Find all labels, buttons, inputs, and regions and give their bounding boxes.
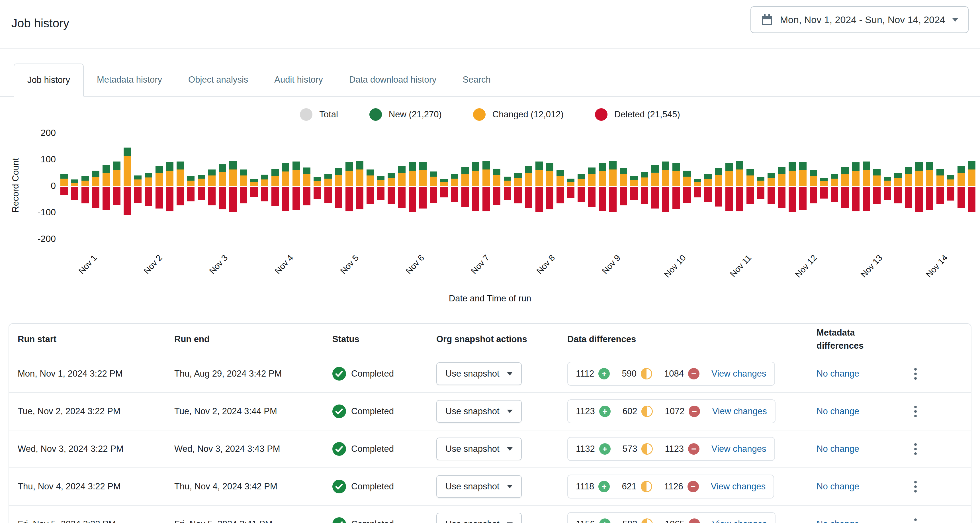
changed-value: 582 [622,519,637,523]
bar-segment-changed [81,180,89,186]
legend-item-changed[interactable]: Changed (12,012) [473,108,564,121]
bar-segment-deleted [219,187,226,209]
view-changes-link[interactable]: View changes [711,482,765,492]
deleted-value: 1065 [665,519,684,523]
bar-segment-deleted [440,187,448,198]
bar-segment-new [81,176,89,181]
bar-segment-deleted [240,187,247,203]
use-snapshot-button[interactable]: Use snapshot [436,400,522,423]
bar-segment-new [177,161,184,169]
bar-segment-deleted [546,187,554,209]
view-changes-link[interactable]: View changes [711,444,766,454]
tab-data-download-history[interactable]: Data download history [336,64,450,96]
bar-segment-new [746,169,754,175]
bar-segment-deleted [124,187,131,215]
bar-segment-deleted [894,187,902,203]
bar-segment-changed [187,180,194,186]
bar-segment-new [968,161,975,170]
changed-value: 621 [622,482,636,492]
use-snapshot-button[interactable]: Use snapshot [436,475,522,498]
table-row: Tue, Nov 2, 2024 3:22 PM Tue, Nov 2, 202… [9,393,971,431]
data-differences-box: 1118 + 621 1126 − View changes [567,475,774,499]
data-differences-cell: 1156 + 582 1065 − View changes [559,512,808,523]
bar-segment-deleted [841,187,849,208]
minus-icon: − [688,368,700,379]
kebab-menu-icon[interactable] [909,479,922,494]
check-circle-icon [332,367,346,381]
no-change-link[interactable]: No change [816,482,859,491]
kebab-menu-icon[interactable] [909,366,922,381]
bar-segment-new [620,168,627,174]
tab-search[interactable]: Search [450,64,504,96]
date-range-picker[interactable]: Mon, Nov 1, 2024 - Sun, Nov 14, 2024 [751,6,969,33]
bar-segment-new [134,175,142,179]
bar-segment-deleted [493,187,500,205]
tab-object-analysis[interactable]: Object analysis [175,64,261,96]
bar-segment-new [187,176,194,181]
legend-label: Deleted (21,545) [614,109,680,120]
use-snapshot-button[interactable]: Use snapshot [436,437,522,460]
deleted-count: 1126 − [664,481,699,492]
tab-audit-history[interactable]: Audit history [261,64,336,96]
added-value: 1132 [576,444,595,454]
status-label: Completed [351,406,394,416]
bar-segment-changed [725,171,733,186]
tab-job-history[interactable]: Job history [14,64,84,97]
plus-icon: + [599,443,611,454]
no-change-link[interactable]: No change [816,368,859,379]
bar-segment-changed [841,174,849,186]
no-change-link[interactable]: No change [816,519,859,523]
legend-item-deleted[interactable]: Deleted (21,545) [595,108,680,121]
y-axis-tick: 200 [0,128,56,138]
bar-segment-changed [303,174,310,186]
kebab-menu-icon[interactable] [909,442,922,457]
legend-item-new[interactable]: New (21,270) [369,108,442,121]
org-snapshot-cell: Use snapshot [428,475,559,498]
bar-segment-deleted [81,187,89,203]
deleted-value: 1084 [664,368,684,379]
status-label: Completed [351,482,394,492]
bar-segment-changed [472,171,479,186]
bar-segment-changed [145,177,152,186]
changed-value: 590 [622,368,636,379]
bar-segment-deleted [915,187,923,212]
no-change-link[interactable]: No change [816,444,859,454]
added-count: 1156 + [576,518,611,523]
bar-segment-deleted [557,187,564,203]
bar-segment-new [778,167,786,174]
bar-segment-deleted [799,187,807,210]
view-changes-link[interactable]: View changes [712,519,767,523]
plus-icon: + [598,368,610,379]
minus-icon: − [689,518,700,523]
row-actions-cell [900,404,971,419]
bar-segment-new [557,170,564,176]
org-snapshot-cell: Use snapshot [428,400,559,423]
row-actions-cell [900,366,971,381]
minus-icon: − [689,406,700,417]
bar-segment-deleted [472,187,479,211]
view-changes-link[interactable]: View changes [712,406,767,416]
use-snapshot-button[interactable]: Use snapshot [436,513,522,523]
row-actions-cell [900,479,971,494]
kebab-menu-icon[interactable] [909,404,922,419]
bar-segment-new [103,165,110,173]
bar-segment-new [609,161,617,170]
legend-item-total[interactable]: Total [300,108,338,121]
bar-segment-changed [546,171,554,186]
no-change-link[interactable]: No change [816,406,859,416]
bar-segment-changed [335,175,342,186]
bar-segment-new [356,161,363,170]
page: Job history Mon, Nov 1, 2024 - Sun, Nov … [0,0,980,523]
column-header-org-snapshot-actions: Org snapshot actions [428,334,559,344]
kebab-menu-icon[interactable] [909,517,922,523]
bar-segment-changed [863,170,870,186]
view-changes-link[interactable]: View changes [711,368,766,379]
run-end-cell: Wed, Nov 3, 2024 3:43 PM [166,444,324,454]
legend-label: Changed (12,012) [492,109,564,120]
use-snapshot-button[interactable]: Use snapshot [436,362,522,385]
bar-segment-deleted [229,187,237,212]
chevron-down-icon [952,18,958,22]
bar-segment-new [472,162,479,171]
tab-metadata-history[interactable]: Metadata history [84,64,175,96]
data-differences-box: 1123 + 602 1072 − View changes [567,399,775,423]
